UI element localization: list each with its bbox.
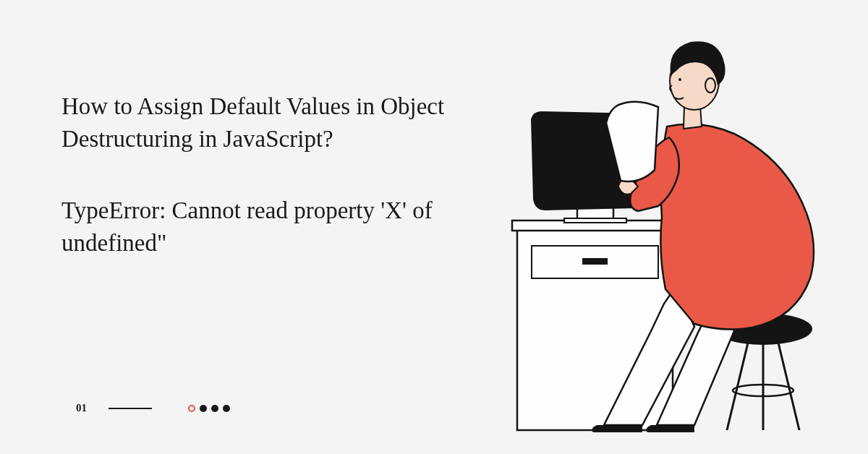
pagination-dots	[188, 405, 230, 412]
svg-rect-8	[582, 258, 608, 265]
svg-point-13	[678, 78, 681, 81]
person-at-desk-illustration	[448, 29, 854, 434]
svg-rect-10	[564, 218, 626, 223]
svg-point-12	[705, 78, 715, 93]
dot-dark	[223, 405, 230, 412]
divider-line	[109, 408, 152, 409]
main-title: How to Assign Default Values in Object D…	[61, 90, 495, 155]
page-number: 01	[76, 402, 87, 414]
dot-dark	[211, 405, 218, 412]
page-footer: 01	[76, 402, 230, 414]
subtitle-error: TypeError: Cannot read property 'X' of u…	[61, 194, 495, 259]
dot-dark	[200, 405, 207, 412]
dot-accent	[188, 405, 195, 412]
text-content: How to Assign Default Values in Object D…	[61, 90, 495, 259]
